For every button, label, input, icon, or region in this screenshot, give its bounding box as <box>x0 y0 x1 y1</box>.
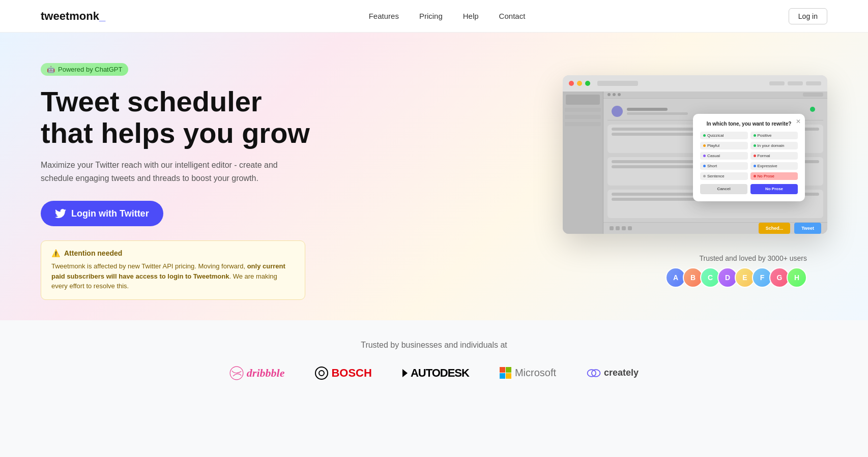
tone-playful[interactable]: Playful <box>700 142 748 149</box>
nav-contact[interactable]: Contact <box>499 12 526 20</box>
mockup-body: ✕ In which tone, you want to rewrite? Qu… <box>563 92 827 234</box>
tone-casual[interactable]: Casual <box>700 152 748 160</box>
bosch-icon <box>315 367 328 380</box>
mockup-sidebar <box>563 92 603 234</box>
trusted-section: Trusted and loved by 3000+ users A B C D… <box>666 254 827 288</box>
attention-box: ⚠️ Attention needed Tweetmonk is affecte… <box>41 240 305 300</box>
tone-cancel-button[interactable]: Cancel <box>700 184 747 194</box>
hero-right: ✕ In which tone, you want to rewrite? Qu… <box>326 75 827 288</box>
avatars-row: A B C D E F G H <box>666 267 807 288</box>
trusted-label: Trusted and loved by 3000+ users <box>699 254 807 262</box>
dot-green <box>585 81 590 86</box>
schedule-button[interactable]: Sched... <box>759 223 791 234</box>
tone-sentence[interactable]: Sentence <box>700 172 748 180</box>
dot-red <box>569 81 574 86</box>
brand-autodesk: AUTODESK <box>402 367 469 380</box>
brand-creately: creately <box>587 368 639 378</box>
microsoft-icon <box>500 367 512 379</box>
nav-links: Features Pricing Help Contact <box>369 12 526 20</box>
dot-yellow <box>577 81 582 86</box>
tone-rewrite-button[interactable]: No Prose <box>750 184 798 194</box>
mockup-content: ✕ In which tone, you want to rewrite? Qu… <box>603 99 827 222</box>
tone-domain[interactable]: In your domain <box>750 142 798 149</box>
twitter-login-button[interactable]: Login with Twitter <box>41 201 163 226</box>
tone-modal: ✕ In which tone, you want to rewrite? Qu… <box>693 114 805 201</box>
dribbble-icon <box>229 366 244 380</box>
twitter-login-label: Login with Twitter <box>71 208 149 219</box>
chatgpt-icon: 🤖 <box>47 66 55 73</box>
chatgpt-badge: 🤖 Powered by ChatGPT <box>41 63 128 76</box>
hero-left: 🤖 Powered by ChatGPT Tweet scheduler tha… <box>41 63 326 300</box>
chatgpt-label: Powered by ChatGPT <box>58 66 122 73</box>
hero-title: Tweet scheduler that helps you grow <box>41 86 326 148</box>
user-avatar <box>612 106 623 117</box>
tweet-button[interactable]: Tweet <box>794 223 821 234</box>
app-mockup: ✕ In which tone, you want to rewrite? Qu… <box>563 75 827 234</box>
tone-formal[interactable]: Formal <box>750 152 798 160</box>
hero-section: 🤖 Powered by ChatGPT Tweet scheduler tha… <box>0 33 868 320</box>
mockup-toolbar <box>603 92 827 99</box>
tone-noprose[interactable]: No Prose <box>750 172 798 180</box>
online-indicator <box>810 107 815 112</box>
tone-options: Quizzical Positive Playful <box>700 132 798 180</box>
avatar-8: H <box>787 267 807 288</box>
hero-subtitle: Maximize your Twitter reach with our int… <box>41 159 285 185</box>
nav-login-button[interactable]: Log in <box>789 8 827 24</box>
nav-features[interactable]: Features <box>369 12 399 20</box>
brands-row: dribbble BOSCH AUTODESK Microsoft <box>41 366 827 380</box>
browser-bar <box>563 75 827 92</box>
warning-icon: ⚠️ <box>51 249 60 257</box>
twitter-icon <box>55 208 66 219</box>
autodesk-icon <box>402 369 408 377</box>
tone-short[interactable]: Short <box>700 162 748 170</box>
attention-body: Tweetmonk is affected by new Twitter API… <box>51 261 295 291</box>
tone-modal-footer: Cancel No Prose <box>700 184 798 194</box>
tone-quizzical[interactable]: Quizzical <box>700 132 748 139</box>
attention-header: ⚠️ Attention needed <box>51 249 295 257</box>
tone-modal-close[interactable]: ✕ <box>796 118 801 125</box>
brand-dribbble: dribbble <box>229 366 285 380</box>
brands-section: Trusted by businesses and individuals at… <box>0 320 868 401</box>
mockup-bottom-bar: Sched... Tweet <box>603 222 827 234</box>
mockup-main: ✕ In which tone, you want to rewrite? Qu… <box>603 92 827 234</box>
nav-pricing[interactable]: Pricing <box>419 12 443 20</box>
brand-microsoft: Microsoft <box>500 367 556 379</box>
nav-help[interactable]: Help <box>463 12 479 20</box>
brands-intro: Trusted by businesses and individuals at <box>41 341 827 350</box>
creately-icon <box>587 369 601 378</box>
brand-bosch: BOSCH <box>315 367 371 380</box>
tone-positive[interactable]: Positive <box>750 132 798 139</box>
logo[interactable]: tweetmonk_ <box>41 10 105 23</box>
navbar: tweetmonk_ Features Pricing Help Contact… <box>0 0 868 33</box>
tone-modal-title: In which tone, you want to rewrite? <box>700 121 798 127</box>
tone-expressive[interactable]: Expressive <box>750 162 798 170</box>
